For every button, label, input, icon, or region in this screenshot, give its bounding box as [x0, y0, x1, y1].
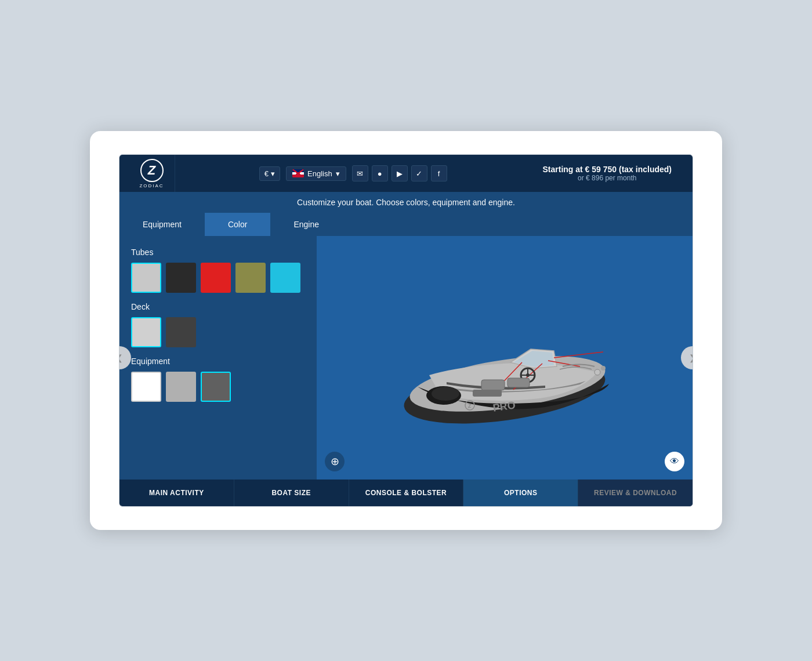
zoom-button[interactable]: ⊕ — [325, 452, 345, 471]
boat-illustration: PRO Z — [383, 277, 626, 439]
price-display: Starting at € 59 750 (tax included) or €… — [531, 165, 683, 182]
svg-rect-11 — [507, 378, 530, 387]
tab-color[interactable]: Color — [205, 213, 270, 236]
swatch-tubes-dark[interactable] — [166, 263, 196, 293]
swatch-tubes-red[interactable] — [201, 263, 231, 293]
bottom-controls: ⊕ 👁 — [317, 452, 693, 471]
tab-equipment[interactable]: Equipment — [119, 213, 205, 236]
currency-chevron: ▾ — [271, 169, 275, 178]
footer-main-activity[interactable]: MAIN ACTIVITY — [119, 480, 234, 506]
arrow-left-icon: ❮ — [119, 353, 123, 362]
price-sub: or € 896 per month — [542, 174, 672, 182]
svg-rect-12 — [473, 390, 502, 397]
email-button[interactable]: ✉ — [352, 165, 368, 181]
svg-point-18 — [594, 369, 600, 375]
flag-icon — [292, 169, 304, 177]
app-frame: Z ZODIAC € ▾ English ▾ ✉ — [90, 131, 722, 530]
header-controls: € ▾ English ▾ ✉ ● ▶ — [175, 165, 531, 181]
tubes-section: Tubes — [131, 248, 305, 293]
prev-arrow-button[interactable]: ❮ — [119, 346, 131, 369]
deck-section: Deck — [131, 302, 305, 347]
swatch-equip-dark[interactable] — [201, 372, 231, 402]
equipment-section: Equipment — [131, 357, 305, 402]
swatch-deck-light[interactable] — [131, 317, 161, 347]
tabs-bar: Equipment Color Engine — [119, 213, 693, 236]
svg-point-14 — [432, 387, 459, 401]
eye-icon: 👁 — [670, 456, 679, 467]
footer-options[interactable]: OPTIONS — [463, 480, 578, 506]
footer-console-bolster[interactable]: CONSOLE & BOLSTER — [349, 480, 464, 506]
swatch-tubes-cyan[interactable] — [270, 263, 300, 293]
view-toggle-button[interactable]: 👁 — [665, 452, 684, 471]
deck-swatches — [131, 317, 305, 347]
language-dropdown[interactable]: English ▾ — [286, 166, 346, 181]
svg-line-5 — [554, 352, 603, 358]
youtube-icon: ▶ — [397, 169, 403, 178]
footer-navigation: MAIN ACTIVITY BOAT SIZE CONSOLE & BOLSTE… — [119, 480, 693, 506]
svg-point-19 — [601, 366, 606, 371]
lang-chevron: ▾ — [336, 169, 340, 178]
swatch-equip-white[interactable] — [131, 372, 161, 402]
nav-left-container: ❮ — [119, 346, 131, 369]
deck-label: Deck — [131, 302, 305, 311]
twitter-button[interactable]: ✓ — [411, 165, 427, 181]
color-panel: Tubes Deck — [119, 236, 317, 480]
header: Z ZODIAC € ▾ English ▾ ✉ — [119, 155, 693, 192]
tubes-swatches — [131, 263, 305, 293]
currency-dropdown[interactable]: € ▾ — [259, 166, 280, 181]
equipment-label: Equipment — [131, 357, 305, 366]
next-arrow-button[interactable]: ❯ — [681, 346, 693, 369]
subtitle-bar: Customize your boat. Choose colors, equi… — [119, 192, 693, 213]
currency-value: € — [264, 169, 269, 178]
swatch-deck-dark[interactable] — [166, 317, 196, 347]
youtube-button[interactable]: ▶ — [392, 165, 408, 181]
twitter-icon: ✓ — [416, 169, 422, 178]
app-container: Z ZODIAC € ▾ English ▾ ✉ — [119, 154, 693, 507]
zoom-icon: ⊕ — [331, 455, 339, 468]
subtitle-text: Customize your boat. Choose colors, equi… — [297, 198, 515, 207]
swatch-equip-medium[interactable] — [166, 372, 196, 402]
logo-area: Z ZODIAC — [129, 155, 175, 192]
instagram-button[interactable]: ● — [372, 165, 388, 181]
social-icons: ✉ ● ▶ ✓ f — [352, 165, 447, 181]
facebook-button[interactable]: f — [431, 165, 447, 181]
email-icon: ✉ — [357, 169, 363, 178]
price-main: Starting at € 59 750 (tax included) — [542, 165, 672, 174]
logo-letter: Z — [148, 164, 155, 177]
tubes-label: Tubes — [131, 248, 305, 257]
nav-right-container: ❯ — [681, 346, 693, 369]
logo-text: ZODIAC — [139, 183, 164, 188]
logo-circle: Z — [140, 159, 164, 182]
swatch-tubes-light-gray[interactable] — [131, 263, 161, 293]
boat-view: PRO Z ⊕ — [317, 236, 693, 480]
svg-rect-10 — [481, 380, 505, 390]
instagram-icon: ● — [378, 169, 382, 178]
main-content: ❮ Tubes Deck — [119, 236, 693, 480]
footer-review-download[interactable]: REVIEW & DOWNLOAD — [578, 480, 693, 506]
tab-engine[interactable]: Engine — [270, 213, 342, 236]
swatch-tubes-olive[interactable] — [235, 263, 266, 293]
footer-boat-size[interactable]: BOAT SIZE — [234, 480, 349, 506]
language-label: English — [307, 169, 332, 178]
equipment-swatches — [131, 372, 305, 402]
boat-svg: PRO Z — [383, 277, 626, 439]
facebook-icon: f — [438, 169, 440, 178]
arrow-right-icon: ❯ — [689, 353, 693, 362]
